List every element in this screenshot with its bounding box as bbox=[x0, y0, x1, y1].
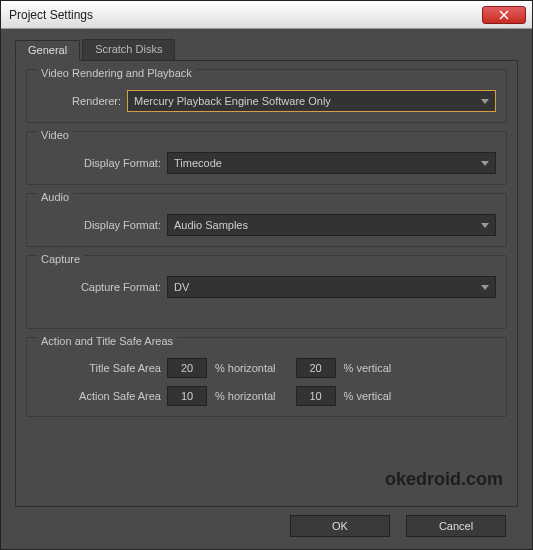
tab-bar: General Scratch Disks bbox=[15, 39, 518, 61]
action-safe-label: Action Safe Area bbox=[37, 390, 167, 402]
group-title-safe: Action and Title Safe Areas bbox=[37, 335, 177, 347]
ok-button[interactable]: OK bbox=[290, 515, 390, 537]
chevron-down-icon bbox=[481, 285, 489, 290]
group-title-render: Video Rendering and Playback bbox=[37, 67, 196, 79]
audio-display-value: Audio Samples bbox=[174, 219, 248, 231]
action-safe-v-input[interactable]: 10 bbox=[296, 386, 336, 406]
group-title-capture: Capture bbox=[37, 253, 84, 265]
cancel-button[interactable]: Cancel bbox=[406, 515, 506, 537]
chevron-down-icon bbox=[481, 223, 489, 228]
capture-format-select[interactable]: DV bbox=[167, 276, 496, 298]
group-title-audio: Audio bbox=[37, 191, 73, 203]
window-title: Project Settings bbox=[9, 8, 93, 22]
pct-horizontal-label: % horizontal bbox=[207, 390, 296, 402]
audio-display-select[interactable]: Audio Samples bbox=[167, 214, 496, 236]
title-safe-h-input[interactable]: 20 bbox=[167, 358, 207, 378]
group-video: Video Display Format: Timecode bbox=[26, 131, 507, 185]
audio-display-label: Display Format: bbox=[37, 219, 167, 231]
tab-scratch-disks[interactable]: Scratch Disks bbox=[82, 39, 175, 60]
pct-vertical-label: % vertical bbox=[336, 362, 412, 374]
video-display-value: Timecode bbox=[174, 157, 222, 169]
titlebar: Project Settings bbox=[1, 1, 532, 29]
pct-horizontal-label: % horizontal bbox=[207, 362, 296, 374]
close-icon bbox=[499, 10, 509, 20]
renderer-select[interactable]: Mercury Playback Engine Software Only bbox=[127, 90, 496, 112]
video-display-label: Display Format: bbox=[37, 157, 167, 169]
capture-format-label: Capture Format: bbox=[37, 281, 167, 293]
renderer-value: Mercury Playback Engine Software Only bbox=[134, 95, 331, 107]
tab-general[interactable]: General bbox=[15, 40, 80, 61]
dialog-body: General Scratch Disks Video Rendering an… bbox=[1, 29, 532, 549]
title-safe-label: Title Safe Area bbox=[37, 362, 167, 374]
renderer-label: Renderer: bbox=[37, 95, 127, 107]
title-safe-v-input[interactable]: 20 bbox=[296, 358, 336, 378]
chevron-down-icon bbox=[481, 161, 489, 166]
project-settings-window: Project Settings General Scratch Disks V… bbox=[0, 0, 533, 550]
close-button[interactable] bbox=[482, 6, 526, 24]
group-safe-areas: Action and Title Safe Areas Title Safe A… bbox=[26, 337, 507, 417]
group-video-rendering: Video Rendering and Playback Renderer: M… bbox=[26, 69, 507, 123]
general-panel: Video Rendering and Playback Renderer: M… bbox=[15, 61, 518, 507]
video-display-select[interactable]: Timecode bbox=[167, 152, 496, 174]
button-bar: OK Cancel bbox=[15, 507, 518, 541]
group-audio: Audio Display Format: Audio Samples bbox=[26, 193, 507, 247]
group-title-video: Video bbox=[37, 129, 73, 141]
capture-format-value: DV bbox=[174, 281, 189, 293]
chevron-down-icon bbox=[481, 99, 489, 104]
group-capture: Capture Capture Format: DV bbox=[26, 255, 507, 329]
pct-vertical-label: % vertical bbox=[336, 390, 412, 402]
action-safe-h-input[interactable]: 10 bbox=[167, 386, 207, 406]
